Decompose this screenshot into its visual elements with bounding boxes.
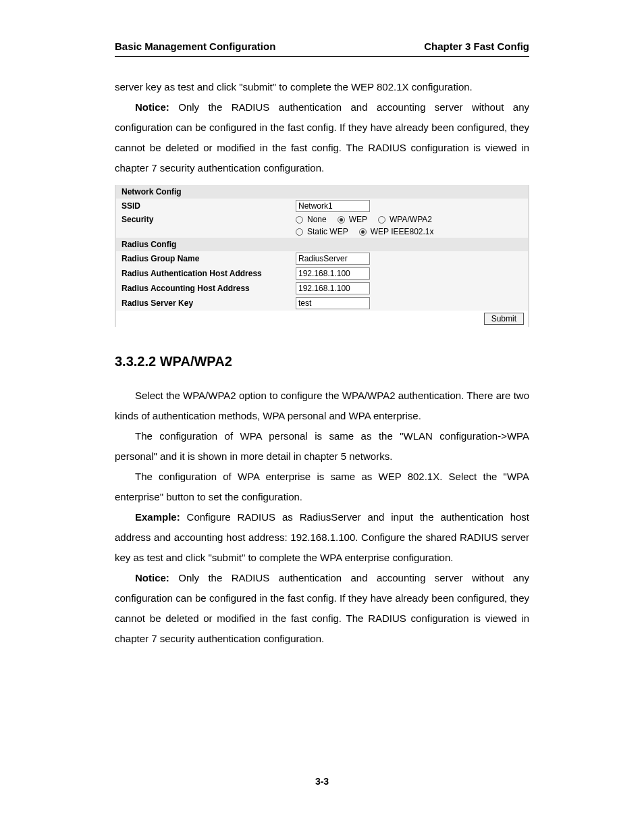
notice-text-2: Only the RADIUS authentication and accou… <box>115 572 529 644</box>
security-row: Security None WEP WPA/WPA2 <box>116 213 528 226</box>
radio-wep-8021x-label: WEP IEEE802.1x <box>371 227 434 236</box>
network-config-title: Network Config <box>116 185 528 199</box>
notice-paragraph-1: Notice: Only the RADIUS authentication a… <box>115 97 529 178</box>
notice-label-2: Notice: <box>135 572 169 583</box>
intro-paragraph: server key as test and click "submit" to… <box>115 77 529 97</box>
radio-wep-label: WEP <box>349 215 367 224</box>
radio-wpa[interactable] <box>378 216 385 224</box>
radio-wep-8021x[interactable] <box>359 228 367 236</box>
paragraph-5: Notice: Only the RADIUS authentication a… <box>115 568 529 649</box>
ssid-row: SSID <box>116 199 528 213</box>
radius-key-input[interactable] <box>296 297 370 309</box>
config-panel-figure: Network Config SSID Security None WEP WP… <box>115 185 529 327</box>
notice-label: Notice: <box>135 101 169 113</box>
radius-group-row: Radius Group Name <box>116 251 528 266</box>
radius-group-label: Radius Group Name <box>122 254 296 263</box>
header-right: Chapter 3 Fast Config <box>424 41 529 52</box>
radius-auth-label: Radius Authentication Host Address <box>122 269 296 278</box>
security-radio-group-2: Static WEP WEP IEEE802.1x <box>296 227 434 236</box>
page-number: 3-3 <box>0 776 644 787</box>
radius-acct-label: Radius Accounting Host Address <box>122 284 296 293</box>
security-radio-group-1: None WEP WPA/WPA2 <box>296 215 432 224</box>
radio-none-label: None <box>307 215 327 224</box>
paragraph-3: The configuration of WPA enterprise is s… <box>115 467 529 507</box>
header-left: Basic Management Configuration <box>115 41 275 52</box>
radius-key-label: Radius Server Key <box>122 298 296 308</box>
radius-acct-row: Radius Accounting Host Address <box>116 281 528 296</box>
ssid-input[interactable] <box>296 200 370 212</box>
radio-none[interactable] <box>296 216 303 224</box>
radio-wpa-label: WPA/WPA2 <box>390 215 432 224</box>
radio-static-wep-label: Static WEP <box>307 227 348 236</box>
ssid-label: SSID <box>122 201 296 211</box>
radius-auth-input[interactable] <box>296 267 370 280</box>
radius-key-row: Radius Server Key <box>116 296 528 311</box>
security-sub-row: Static WEP WEP IEEE802.1x <box>116 226 528 238</box>
notice-text: Only the RADIUS authentication and accou… <box>115 101 529 174</box>
radio-static-wep[interactable] <box>296 228 303 236</box>
radius-group-input[interactable] <box>296 253 370 265</box>
section-heading: 3.3.2.2 WPA/WPA2 <box>115 354 529 369</box>
radius-auth-row: Radius Authentication Host Address <box>116 266 528 281</box>
radius-acct-input[interactable] <box>296 282 370 294</box>
radius-config-title: Radius Config <box>116 238 528 251</box>
paragraph-4: Example: Configure RADIUS as RadiusServe… <box>115 507 529 568</box>
radio-wep[interactable] <box>338 216 345 224</box>
page-header: Basic Management Configuration Chapter 3… <box>115 41 529 57</box>
example-label: Example: <box>135 511 180 523</box>
paragraph-1: Select the WPA/WPA2 option to configure … <box>115 386 529 426</box>
security-label: Security <box>122 215 296 224</box>
submit-row: Submit <box>116 311 528 327</box>
paragraph-2: The configuration of WPA personal is sam… <box>115 426 529 467</box>
submit-button[interactable]: Submit <box>484 313 524 325</box>
